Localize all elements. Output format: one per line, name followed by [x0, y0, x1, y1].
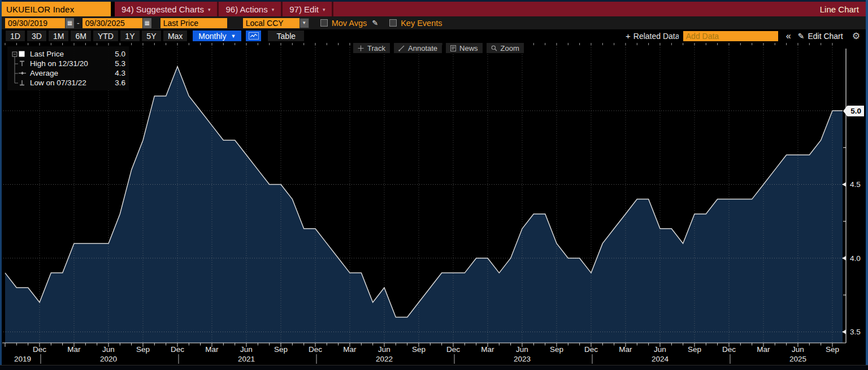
annotate-button[interactable]: Annotate — [394, 43, 442, 53]
ytick-arrow — [842, 330, 846, 334]
quarter-label: Dec — [171, 345, 184, 354]
legend-value: 4.3 — [111, 69, 125, 77]
ytick-label: 4.5 — [850, 180, 861, 189]
quarter-label: Mar — [205, 345, 219, 354]
chart-plot-area[interactable]: 3.54.04.5DecMarJunSepDecMarJunSepDecMarJ… — [0, 0, 868, 370]
year-label: 2019 — [14, 355, 31, 363]
quarter-label: Sep — [412, 345, 426, 354]
quarter-label: Jun — [240, 345, 253, 354]
legend-value: 5.0 — [111, 50, 125, 58]
chart-legend: Last Price 5.0 High on 12/31/20 5.3 Aver… — [7, 46, 129, 90]
quarter-label: Jun — [516, 345, 528, 354]
year-label: 2020 — [100, 355, 117, 363]
legend-value: 5.3 — [111, 59, 125, 68]
high-marker-icon — [19, 60, 30, 67]
series-swatch-icon — [19, 51, 30, 57]
news-page-icon — [450, 45, 456, 51]
quarter-label: Mar — [481, 345, 494, 354]
terminal-chart-window: 3.54.04.5DecMarJunSepDecMarJunSepDecMarJ… — [0, 0, 868, 370]
quarter-label: Sep — [274, 345, 288, 354]
crosshair-icon — [358, 45, 364, 51]
legend-row-low[interactable]: Low on 07/31/22 3.6 — [10, 78, 125, 88]
quarter-label: Jun — [378, 345, 390, 354]
news-label: News — [459, 44, 478, 53]
year-label: 2024 — [652, 355, 669, 363]
area-fill — [5, 67, 843, 343]
last-price-flag: 5.0 — [843, 106, 864, 116]
news-button[interactable]: News — [446, 43, 483, 53]
average-marker-icon — [19, 70, 30, 76]
legend-tree-connector — [12, 51, 20, 86]
quarter-label: Sep — [688, 345, 701, 354]
legend-row-average[interactable]: Average 4.3 — [10, 68, 125, 78]
magnifier-icon — [491, 45, 497, 51]
quarter-label: Mar — [757, 345, 770, 354]
annotate-label: Annotate — [408, 44, 437, 53]
year-label: 2022 — [376, 355, 393, 363]
quarter-label: Jun — [792, 345, 804, 354]
legend-row-last-price[interactable]: Last Price 5.0 — [10, 49, 125, 59]
quarter-label: Sep — [826, 345, 839, 354]
legend-label: Last Price — [30, 50, 111, 58]
ytick-arrow — [842, 182, 846, 187]
zoom-button[interactable]: Zoom — [487, 43, 524, 53]
quarter-label: Dec — [722, 345, 736, 354]
bottom-panel-strip — [0, 365, 868, 370]
track-label: Track — [367, 44, 385, 53]
legend-value: 3.6 — [111, 79, 125, 87]
quarter-label: Sep — [550, 345, 563, 354]
ytick-arrow — [842, 256, 846, 260]
legend-row-high[interactable]: High on 12/31/20 5.3 — [10, 59, 125, 68]
annotate-line-icon — [398, 45, 405, 51]
low-marker-icon — [19, 80, 30, 86]
zoom-label: Zoom — [501, 44, 519, 53]
quarter-label: Dec — [309, 345, 322, 354]
legend-label: Low on 07/31/22 — [30, 79, 111, 87]
legend-label: Average — [30, 69, 111, 77]
year-label: 2021 — [238, 355, 255, 363]
quarter-label: Dec — [33, 345, 46, 354]
chart-tools: Track Annotate News Zoom — [353, 43, 524, 53]
quarter-label: Jun — [102, 345, 115, 354]
year-label: 2025 — [789, 355, 806, 363]
ytick-label: 4.0 — [850, 254, 861, 263]
legend-label: High on 12/31/20 — [30, 59, 111, 68]
year-label: 2023 — [514, 355, 531, 363]
track-button[interactable]: Track — [353, 43, 390, 53]
quarter-label: Mar — [67, 345, 81, 354]
ytick-label: 3.5 — [850, 328, 861, 336]
quarter-label: Dec — [446, 345, 460, 354]
quarter-label: Dec — [584, 345, 598, 354]
quarter-label: Sep — [136, 345, 150, 354]
quarter-label: Jun — [654, 345, 666, 354]
quarter-label: Mar — [619, 345, 632, 354]
quarter-label: Mar — [343, 345, 357, 354]
